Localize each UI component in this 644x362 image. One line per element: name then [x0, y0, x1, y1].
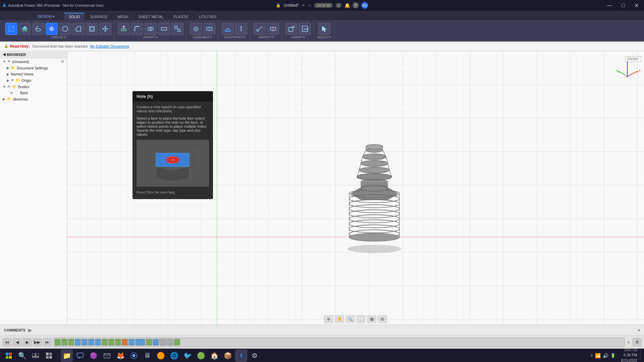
taskbar-home[interactable]: 🏠	[208, 350, 220, 362]
vp-zoom-btn[interactable]: 🔍	[345, 315, 355, 323]
tl-item-10[interactable]	[115, 339, 121, 346]
taskbar-files[interactable]: 📁	[61, 350, 73, 362]
hole-button[interactable]	[46, 23, 58, 35]
fillet-button[interactable]	[59, 23, 71, 35]
scale-button[interactable]	[171, 23, 183, 35]
tl-last-button[interactable]: ⏭	[43, 338, 52, 346]
press-pull-button[interactable]	[118, 23, 130, 35]
eye-icon[interactable]: 👁	[7, 60, 11, 63]
browser-item-barb[interactable]: 👁 Barb	[0, 90, 67, 96]
widgets-button[interactable]	[43, 350, 55, 362]
maximize-button[interactable]: □	[619, 2, 628, 8]
tl-item-3[interactable]	[68, 339, 74, 346]
vp-orbit-btn[interactable]: ✋	[335, 315, 344, 323]
help-icon[interactable]: ?	[353, 2, 359, 8]
plane-button[interactable]	[222, 23, 234, 35]
tray-network[interactable]: 📶	[595, 353, 601, 358]
tl-item-12[interactable]	[128, 339, 135, 346]
eye-icon-bodies[interactable]: 👁	[7, 85, 11, 88]
fillet2-button[interactable]	[131, 23, 143, 35]
search-button[interactable]: 🔍	[16, 350, 28, 362]
tl-first-button[interactable]: ⏮	[3, 338, 11, 346]
tray-battery[interactable]: 🔋	[610, 353, 615, 358]
tl-prev-button[interactable]: ◀	[13, 338, 21, 346]
taskbar-settings[interactable]: ⚙	[249, 350, 261, 362]
eye-icon-origin[interactable]: 👁	[11, 78, 14, 82]
start-button[interactable]	[3, 350, 15, 362]
taskview-button[interactable]	[30, 350, 42, 362]
tab-utilities[interactable]: UTILITIES	[194, 13, 221, 20]
axis-button[interactable]	[235, 23, 247, 35]
taskbar-orange[interactable]: 🟠	[155, 350, 167, 362]
tl-item-6[interactable]	[88, 339, 94, 346]
move-button[interactable]	[99, 23, 111, 35]
section-button[interactable]	[267, 23, 279, 35]
chamfer-button[interactable]	[72, 23, 85, 35]
taskbar-package[interactable]: 📦	[222, 350, 234, 362]
browser-item-named-views[interactable]: ▶ Named Views	[0, 71, 67, 77]
taskbar-chat[interactable]	[74, 350, 86, 362]
split-button[interactable]	[158, 23, 170, 35]
tl-item-13[interactable]	[135, 339, 145, 346]
tl-item-8[interactable]	[102, 339, 108, 346]
insert-canvas-button[interactable]: IMG	[299, 23, 311, 35]
vp-display1-btn[interactable]: ⬜	[356, 315, 366, 323]
comments-add-icon[interactable]: +	[638, 328, 640, 332]
close-button[interactable]: ✕	[632, 2, 641, 9]
tl-item-11[interactable]	[122, 339, 128, 346]
show-desktop-btn[interactable]	[640, 351, 641, 360]
tl-item-17[interactable]	[167, 339, 173, 346]
design-dropdown[interactable]: DESIGN ▾	[34, 13, 59, 20]
browser-item-document-settings[interactable]: ▶ 📁 Document Settings	[0, 65, 67, 71]
tab-sheet-metal[interactable]: SHEET METAL	[133, 13, 168, 20]
tl-item-16[interactable]	[159, 339, 167, 346]
select-button[interactable]	[318, 23, 330, 35]
bell-icon[interactable]: 🔔	[344, 3, 350, 8]
taskbar-chrome[interactable]	[128, 350, 140, 362]
tray-arrow[interactable]: ∧	[590, 353, 593, 358]
minimize-button[interactable]: —	[604, 2, 615, 8]
tl-item-4[interactable]	[75, 339, 81, 346]
shell-button[interactable]	[86, 23, 98, 35]
tl-settings-btn[interactable]: ⚙	[633, 338, 641, 346]
insert-svg-button[interactable]	[285, 23, 298, 35]
taskbar-purple-app[interactable]: 🟣	[88, 350, 100, 362]
clock-block[interactable]: ENG US 8:38 PM 2/11/2022	[621, 348, 637, 362]
gear-icon[interactable]: ⚙	[61, 59, 64, 64]
browser-item-sketches[interactable]: ▶ 📁 Sketches	[0, 96, 67, 102]
taskbar-mail[interactable]	[101, 350, 113, 362]
taskbar-browser2[interactable]: 🌐	[168, 350, 180, 362]
extrude-button[interactable]	[19, 23, 31, 35]
tab-plastic[interactable]: PLASTIC	[169, 13, 194, 20]
measure-button[interactable]	[254, 23, 266, 35]
assemble-btn2[interactable]	[203, 23, 215, 35]
tl-item-1[interactable]	[55, 339, 61, 346]
sketch-button[interactable]	[5, 23, 17, 35]
tl-next-button[interactable]: ▶▶	[33, 338, 42, 346]
taskbar-firefox[interactable]: 🦊	[114, 350, 126, 362]
tray-volume[interactable]: 🔊	[603, 353, 608, 358]
tl-item-18[interactable]	[174, 339, 180, 346]
tab-surface[interactable]: SURFACE	[85, 13, 112, 20]
taskbar-fusion[interactable]: f	[235, 350, 247, 362]
viewport[interactable]: Z X Y FRONT	[67, 51, 644, 324]
user-avatar[interactable]: AU	[362, 2, 368, 9]
add-tab-icon[interactable]: ＋	[308, 3, 312, 8]
timeline-track[interactable]	[53, 338, 625, 347]
taskbar-bird[interactable]: 🐦	[181, 350, 194, 362]
vp-select-btn[interactable]: ⊕	[324, 315, 333, 323]
tl-item-7[interactable]	[95, 339, 101, 346]
vp-display3-btn[interactable]: ⊞	[378, 315, 387, 323]
tl-item-2[interactable]	[61, 339, 67, 346]
taskbar-green[interactable]: 🟢	[195, 350, 207, 362]
comments-expand-icon[interactable]: ▶	[28, 327, 32, 333]
tl-play-button[interactable]: ▶	[23, 338, 32, 346]
notification-count[interactable]: 1	[336, 3, 342, 8]
tl-item-14[interactable]	[146, 339, 152, 346]
tab-solid[interactable]: SOLID	[64, 13, 85, 20]
vp-display2-btn[interactable]: ▦	[367, 315, 376, 323]
browser-item-unsaved[interactable]: ▼ 👁 (Unsaved) ⚙	[0, 58, 67, 65]
revolve-button[interactable]	[32, 23, 44, 35]
editable-documents-link[interactable]: My Editable Documents	[90, 44, 129, 48]
tl-item-15[interactable]	[153, 339, 159, 346]
